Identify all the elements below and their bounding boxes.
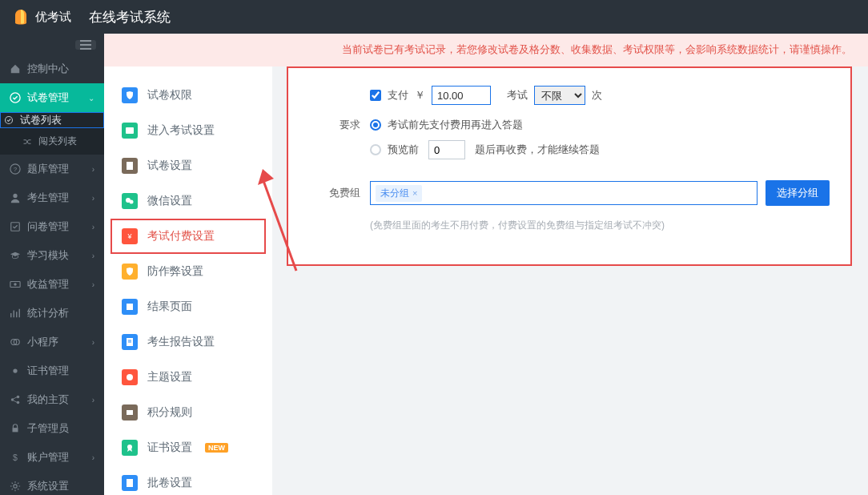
sidebar-label: 统计分析 — [27, 306, 69, 320]
sidebar-toggle-icon[interactable] — [75, 40, 96, 50]
snav-theme-settings[interactable]: 主题设置 — [104, 360, 272, 395]
logo-icon — [11, 7, 30, 26]
snav-cert-settings[interactable]: 证书设置NEW — [104, 430, 272, 465]
sidebar-item-cert[interactable]: 证书管理 — [0, 356, 104, 385]
radio-pay-first[interactable] — [370, 119, 381, 131]
help-icon: ? — [10, 163, 21, 175]
svg-rect-25 — [127, 410, 133, 415]
money-icon — [10, 279, 21, 290]
result-icon — [122, 299, 138, 315]
sidebar-item-stats[interactable]: 统计分析 — [0, 299, 104, 328]
chevron-down-icon: ⌄ — [88, 94, 94, 103]
sidebar-sub-level-list[interactable]: 闯关列表 — [0, 128, 104, 155]
report-icon — [122, 334, 138, 350]
pay-checkbox[interactable] — [370, 90, 381, 101]
sidebar-item-examinee[interactable]: 考生管理 › — [0, 183, 104, 212]
currency-label: ￥ — [415, 88, 425, 103]
chevron-right-icon: › — [92, 223, 94, 231]
remove-tag-icon[interactable]: × — [412, 188, 417, 198]
sidebar-item-homepage[interactable]: 我的主页 › — [0, 385, 104, 414]
payment-form: 支付 ￥ 考试 不限 次 要求 考试前先 — [287, 66, 852, 266]
snav-label: 积分规则 — [147, 405, 192, 420]
snav-label: 试卷设置 — [147, 159, 192, 173]
gear-icon — [10, 481, 21, 492]
snav-label: 考生报告设置 — [147, 335, 215, 349]
sidebar-sub-label: 试卷列表 — [20, 113, 62, 127]
shield-icon — [122, 264, 138, 280]
snav-wechat-settings[interactable]: 微信设置 — [104, 183, 272, 219]
svg-rect-27 — [127, 479, 133, 487]
system-title: 在线考试系统 — [89, 8, 171, 26]
chevron-right-icon: › — [92, 396, 94, 404]
require-label: 要求 — [309, 118, 360, 132]
group-tag-label: 未分组 — [380, 187, 409, 200]
snav-label: 考试付费设置 — [147, 229, 215, 243]
select-group-button[interactable]: 选择分组 — [766, 180, 830, 206]
chevron-right-icon: › — [92, 252, 94, 260]
snav-label: 主题设置 — [147, 370, 192, 384]
sidebar-item-question-bank[interactable]: ? 题库管理 › — [0, 155, 104, 183]
check-square-icon — [10, 221, 21, 232]
svg-point-20 — [130, 200, 134, 204]
sidebar: 控制中心 试卷管理 ⌄ 试卷列表 闯关列表 ? 题库管理 › 考生管理 › 问卷… — [0, 34, 104, 495]
check-circle-icon — [10, 92, 21, 103]
svg-point-7 — [14, 283, 17, 286]
chart-icon — [10, 308, 21, 319]
share-icon — [10, 394, 21, 405]
svg-rect-22 — [127, 304, 133, 310]
sidebar-label: 问卷管理 — [27, 219, 69, 234]
sidebar-item-miniapp[interactable]: 小程序 › — [0, 328, 104, 356]
snav-label: 试卷权限 — [147, 88, 192, 103]
snav-payment-settings[interactable]: ¥考试付费设置 — [104, 219, 272, 254]
sidebar-label: 系统设置 — [27, 479, 69, 493]
svg-point-16 — [14, 485, 17, 488]
yen-icon: ¥ — [122, 228, 138, 244]
snav-anticheat-settings[interactable]: 防作弊设置 — [104, 254, 272, 289]
sidebar-sub-exam-list[interactable]: 试卷列表 — [0, 112, 104, 128]
snav-label: 防作弊设置 — [147, 264, 203, 279]
sidebar-item-survey[interactable]: 问卷管理 › — [0, 212, 104, 241]
sidebar-label: 题库管理 — [27, 162, 69, 176]
sidebar-item-learning[interactable]: 学习模块 › — [0, 241, 104, 270]
free-group-label: 免费组 — [309, 186, 360, 200]
snav-label: 结果页面 — [147, 300, 192, 314]
new-badge: NEW — [205, 443, 228, 453]
sidebar-item-account[interactable]: $ 账户管理 › — [0, 443, 104, 472]
brand-name: 优考试 — [35, 10, 71, 25]
sidebar-sub-label: 闯关列表 — [38, 135, 77, 148]
free-group-input[interactable]: 未分组 × — [370, 181, 757, 205]
sidebar-label: 试卷管理 — [27, 91, 69, 105]
sidebar-label: 我的主页 — [27, 392, 69, 407]
preview-count-input[interactable] — [428, 140, 465, 159]
graduation-icon — [10, 250, 21, 261]
chevron-right-icon: › — [92, 165, 94, 174]
lock-icon — [10, 423, 21, 434]
snav-result-page[interactable]: 结果页面 — [104, 289, 272, 324]
sidebar-item-system[interactable]: 系统设置 — [0, 472, 104, 495]
sidebar-label: 考生管理 — [27, 191, 69, 205]
svg-rect-5 — [11, 223, 20, 231]
sidebar-item-control[interactable]: 控制中心 — [0, 54, 104, 83]
sidebar-item-subadmin[interactable]: 子管理员 — [0, 414, 104, 443]
svg-text:$: $ — [13, 453, 18, 462]
snav-points-rules[interactable]: 积分规则 — [104, 395, 272, 430]
svg-rect-14 — [13, 428, 18, 432]
snav-report-settings[interactable]: 考生报告设置 — [104, 324, 272, 360]
limit-select[interactable]: 不限 — [534, 86, 585, 105]
sidebar-item-exam-manage[interactable]: 试卷管理 ⌄ — [0, 83, 104, 112]
wechat-icon — [122, 193, 138, 209]
snav-grading-settings[interactable]: 批卷设置 — [104, 465, 272, 495]
snav-paper-settings[interactable]: 试卷设置 — [104, 148, 272, 183]
snav-label: 进入考试设置 — [147, 123, 215, 138]
sidebar-label: 收益管理 — [27, 277, 69, 292]
snav-enter-settings[interactable]: 进入考试设置 — [104, 113, 272, 148]
exam-label: 考试 — [507, 88, 528, 103]
cert-icon — [122, 440, 138, 456]
svg-rect-17 — [126, 127, 134, 134]
svg-text:?: ? — [14, 166, 18, 173]
radio-pay-first-label: 考试前先支付费用再进入答题 — [388, 118, 523, 132]
amount-input[interactable] — [432, 86, 491, 105]
sidebar-item-revenue[interactable]: 收益管理 › — [0, 270, 104, 299]
snav-exam-permission[interactable]: 试卷权限 — [104, 78, 272, 113]
radio-preview[interactable] — [370, 144, 381, 155]
